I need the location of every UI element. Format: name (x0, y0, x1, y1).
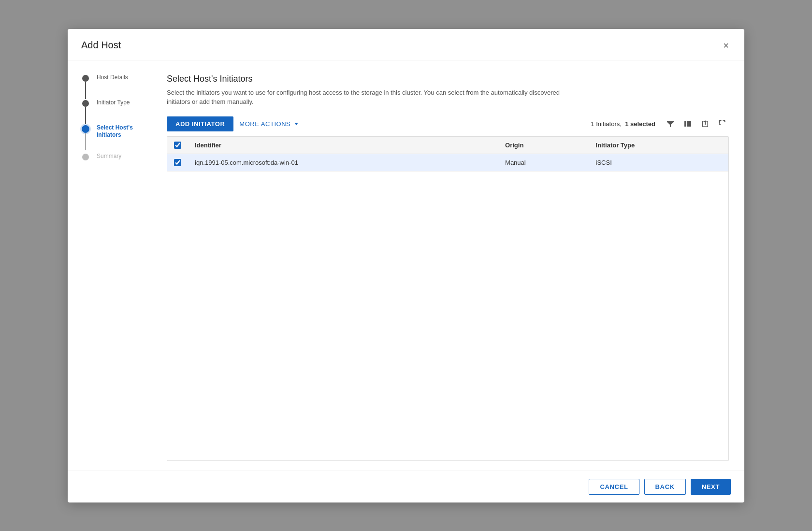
svg-rect-1 (687, 121, 689, 127)
step-row-host-details: Host Details (81, 74, 147, 99)
table-row: iqn.1991-05.com.microsoft:da-win-01 Manu… (167, 154, 728, 171)
close-button[interactable]: × (721, 39, 731, 52)
row-identifier: iqn.1991-05.com.microsoft:da-win-01 (188, 154, 498, 171)
svg-rect-2 (689, 121, 691, 127)
export-icon (701, 120, 709, 128)
initiators-table: Identifier Origin Initiator Type (167, 137, 728, 172)
step-label-summary: Summary (97, 153, 121, 160)
step-indicator-select-initiators (81, 124, 90, 150)
next-button[interactable]: NEXT (691, 479, 731, 495)
add-initiator-button[interactable]: ADD INITIATOR (167, 116, 233, 131)
refresh-button[interactable] (716, 118, 729, 129)
row-checkbox-cell (167, 154, 188, 171)
step-row-initiator-type: Initiator Type (81, 99, 147, 124)
toolbar-right: 1 Initiators, 1 selected (591, 118, 729, 129)
filter-button[interactable] (664, 118, 677, 129)
step-dot-host-details (82, 75, 89, 82)
header-origin: Origin (498, 137, 589, 154)
modal-body: Host Details Initiator Type (68, 60, 744, 471)
step-line-3 (85, 133, 86, 150)
count-text: 1 Initiators, (591, 120, 622, 128)
selected-text: 1 selected (625, 120, 655, 128)
step-dot-select-initiators (82, 125, 89, 133)
svg-rect-0 (684, 121, 686, 127)
step-line-1 (85, 82, 86, 99)
select-all-checkbox[interactable] (174, 142, 181, 149)
filter-icon (667, 120, 674, 128)
row-checkbox[interactable] (174, 159, 181, 166)
chevron-down-icon (294, 123, 298, 125)
header-identifier: Identifier (188, 137, 498, 154)
step-row-select-initiators: Select Host'sInitiators (81, 124, 147, 153)
columns-icon (684, 120, 692, 128)
step-line-2 (85, 107, 86, 124)
steps-list: Host Details Initiator Type (81, 74, 147, 174)
header-initiator-type: Initiator Type (589, 137, 728, 154)
modal-dialog: Add Host × Host Details (68, 29, 744, 502)
header-checkbox-cell (167, 137, 188, 154)
step-indicator-host-details (81, 74, 90, 99)
step-label-host-details: Host Details (97, 74, 128, 82)
step-row-summary: Summary (81, 153, 147, 174)
row-origin: Manual (498, 154, 589, 171)
refresh-icon (719, 120, 726, 128)
step-indicator-summary (81, 153, 90, 160)
step-label-select-initiators: Select Host'sInitiators (97, 124, 133, 139)
back-button[interactable]: BACK (644, 479, 686, 495)
step-label-initiator-type: Initiator Type (97, 99, 130, 107)
modal-title: Add Host (81, 40, 121, 51)
section-desc: Select the initiators you want to use fo… (167, 88, 563, 107)
step-dot-summary (82, 154, 89, 160)
cancel-button[interactable]: CANCEL (589, 479, 639, 495)
table-header-row: Identifier Origin Initiator Type (167, 137, 728, 154)
modal-header: Add Host × (68, 29, 744, 60)
table-wrapper: Identifier Origin Initiator Type (167, 136, 729, 461)
more-actions-label: MORE ACTIONS (239, 120, 290, 128)
step-indicator-initiator-type (81, 99, 90, 124)
modal-footer: CANCEL BACK NEXT (68, 471, 744, 502)
row-initiator-type: iSCSI (589, 154, 728, 171)
modal-overlay: Add Host × Host Details (0, 0, 812, 531)
export-button[interactable] (699, 118, 711, 129)
steps-sidebar: Host Details Initiator Type (68, 60, 157, 471)
toolbar-count: 1 Initiators, 1 selected (591, 120, 655, 128)
step-dot-initiator-type (82, 100, 89, 107)
columns-button[interactable] (682, 118, 694, 129)
more-actions-button[interactable]: MORE ACTIONS (239, 120, 298, 128)
toolbar-left: ADD INITIATOR MORE ACTIONS (167, 116, 298, 131)
section-title: Select Host's Initiators (167, 74, 729, 84)
toolbar: ADD INITIATOR MORE ACTIONS 1 Initiators,… (167, 116, 729, 131)
main-content: Select Host's Initiators Select the init… (157, 60, 744, 471)
